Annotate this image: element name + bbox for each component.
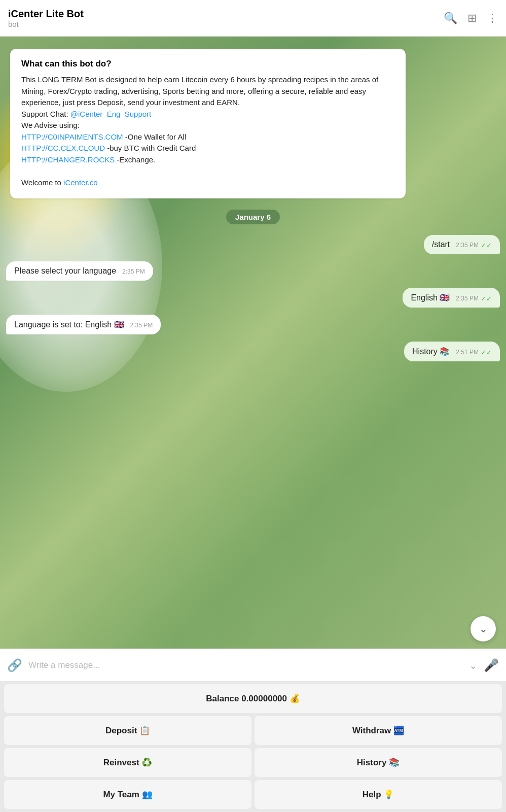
coinpayments-suffix: -One Wallet for All xyxy=(123,132,186,141)
keyboard-row-balance: Balance 0.00000000 💰 xyxy=(4,684,502,713)
message-bubble: English 🇬🇧 2:35 PM ✓✓ xyxy=(403,288,500,308)
history-button[interactable]: History 📚 xyxy=(255,748,502,777)
message-text: /start xyxy=(432,240,450,249)
withdraw-button[interactable]: Withdraw 🏧 xyxy=(255,716,502,745)
icenter-link[interactable]: iCenter.co xyxy=(63,178,98,187)
message-meta: 2:35 PM xyxy=(122,268,145,275)
message-bubble: Please select your language 2:35 PM xyxy=(6,261,153,281)
balance-button[interactable]: Balance 0.00000000 💰 xyxy=(4,684,502,713)
my-team-button[interactable]: My Team 👥 xyxy=(4,780,251,809)
reinvest-button[interactable]: Reinvest ♻️ xyxy=(4,748,251,777)
cex-suffix: -buy BTC with Credit Card xyxy=(105,144,196,152)
support-link[interactable]: @iCenter_Eng_Support xyxy=(70,110,152,118)
search-icon[interactable]: 🔍 xyxy=(444,12,457,25)
message-time: 2:35 PM xyxy=(130,322,153,329)
bot-info-body: This LONG TERM Bot is designed to help e… xyxy=(21,74,394,188)
message-row: History 📚 2:51 PM ✓✓ xyxy=(6,342,500,361)
cex-link[interactable]: HTTP://CC.CEX.CLOUD xyxy=(21,144,105,152)
support-label: Support Chat: xyxy=(21,110,70,118)
bot-info-card: What can this bot do? This LONG TERM Bot… xyxy=(10,49,406,198)
message-input[interactable] xyxy=(28,660,463,670)
more-options-icon[interactable]: ⋮ xyxy=(487,12,498,25)
coinpayments-link[interactable]: HTTP://C0INPAIMENTS.COM xyxy=(21,132,123,141)
message-time: 2:35 PM xyxy=(456,242,479,249)
message-text: Please select your language xyxy=(14,266,116,276)
chat-messages: What can this bot do? This LONG TERM Bot… xyxy=(0,37,506,371)
chat-area: What can this bot do? This LONG TERM Bot… xyxy=(0,37,506,649)
message-row: English 🇬🇧 2:35 PM ✓✓ xyxy=(6,288,500,308)
changer-link[interactable]: HTTP://CHANGER.ROCKS xyxy=(21,155,115,164)
changer-suffix: -Exchange. xyxy=(115,155,155,164)
keyboard-area: Balance 0.00000000 💰 Deposit 📋 Withdraw … xyxy=(0,681,506,812)
message-bubble: /start 2:35 PM ✓✓ xyxy=(424,235,500,254)
message-meta: 2:35 PM xyxy=(130,322,153,329)
welcome-label: Welcome to xyxy=(21,178,63,187)
message-meta: 2:35 PM ✓✓ xyxy=(456,242,492,249)
message-meta: 2:35 PM ✓✓ xyxy=(456,295,492,302)
keyboard-row-reinvest-history: Reinvest ♻️ History 📚 xyxy=(4,748,502,777)
attach-icon[interactable]: 🔗 xyxy=(7,658,22,672)
message-time: 2:51 PM xyxy=(456,349,479,356)
view-columns-icon[interactable]: ⊞ xyxy=(467,12,477,25)
date-badge: January 6 xyxy=(226,210,280,224)
message-text: History 📚 xyxy=(412,347,450,356)
message-bubble: History 📚 2:51 PM ✓✓ xyxy=(404,342,500,361)
bot-info-description: This LONG TERM Bot is designed to help e… xyxy=(21,75,378,107)
chat-title: iCenter Lite Bot xyxy=(8,8,444,20)
microphone-icon[interactable]: 🎤 xyxy=(484,658,499,672)
message-time: 2:35 PM xyxy=(122,268,145,275)
header-info: iCenter Lite Bot bot xyxy=(8,8,444,28)
message-ticks: ✓✓ xyxy=(481,242,492,249)
message-row: Please select your language 2:35 PM xyxy=(6,261,500,281)
advise-label: We Advise using: xyxy=(21,121,80,129)
header-actions: 🔍 ⊞ ⋮ xyxy=(444,12,498,25)
keyboard-row-deposit-withdraw: Deposit 📋 Withdraw 🏧 xyxy=(4,716,502,745)
scroll-down-button[interactable]: ⌄ xyxy=(471,616,496,641)
message-ticks: ✓✓ xyxy=(481,295,492,302)
message-meta: 2:51 PM ✓✓ xyxy=(456,349,492,356)
keyboard-row-myteam-help: My Team 👥 Help 💡 xyxy=(4,780,502,809)
message-bubble: Language is set to: English 🇬🇧 2:35 PM xyxy=(6,315,161,334)
input-bar: 🔗 ⌄ 🎤 xyxy=(0,649,506,681)
message-row: /start 2:35 PM ✓✓ xyxy=(6,235,500,254)
help-button[interactable]: Help 💡 xyxy=(255,780,502,809)
chat-subtitle: bot xyxy=(8,20,444,28)
chevron-down-icon[interactable]: ⌄ xyxy=(469,659,478,671)
deposit-button[interactable]: Deposit 📋 xyxy=(4,716,251,745)
message-ticks: ✓✓ xyxy=(481,349,492,356)
bot-info-title: What can this bot do? xyxy=(21,59,394,69)
message-text: Language is set to: English 🇬🇧 xyxy=(14,320,124,329)
message-row: Language is set to: English 🇬🇧 2:35 PM xyxy=(6,315,500,334)
message-time: 2:35 PM xyxy=(456,295,479,302)
message-text: English 🇬🇧 xyxy=(411,293,450,302)
chat-header: iCenter Lite Bot bot 🔍 ⊞ ⋮ xyxy=(0,0,506,37)
